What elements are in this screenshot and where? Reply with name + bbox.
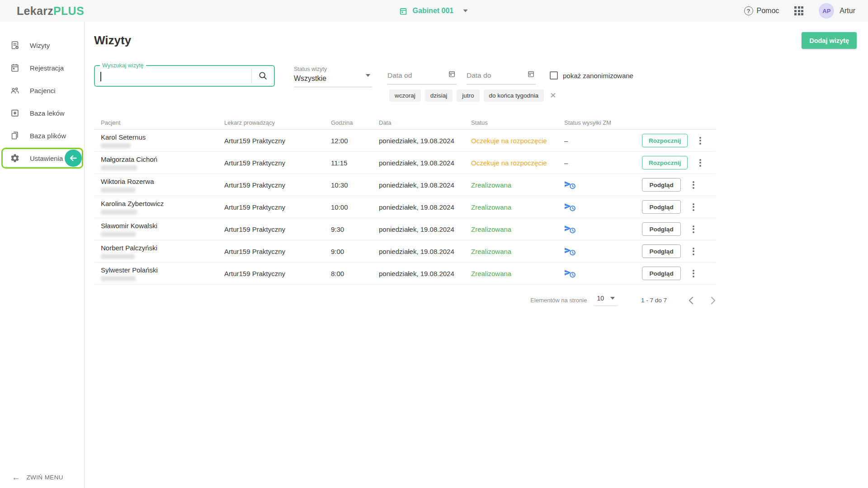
table-header: Pacjent Lekarz prowadzący Godzina Data S… bbox=[94, 116, 716, 130]
sidebar-item-label: Rejestracja bbox=[30, 64, 64, 72]
sidebar-item-ustawienia[interactable]: Ustawienia bbox=[0, 147, 84, 169]
user-menu[interactable]: AP Artur bbox=[819, 3, 855, 19]
status-filter-select[interactable]: Status wizyty Wszystkie bbox=[294, 65, 372, 87]
zm-status-empty: – bbox=[564, 137, 568, 145]
search-button[interactable] bbox=[252, 66, 274, 86]
search-input[interactable] bbox=[95, 66, 274, 86]
calendar-icon bbox=[398, 5, 409, 16]
anonymized-patient-id bbox=[101, 232, 136, 237]
sidebar-item-pacjenci[interactable]: Pacjenci bbox=[0, 79, 84, 102]
logo-part-2: PLUS bbox=[53, 5, 84, 17]
active-item-arrow-badge[interactable] bbox=[65, 150, 82, 167]
visit-time: 8:00 bbox=[324, 270, 372, 277]
kebab-menu-icon[interactable] bbox=[698, 157, 703, 169]
help-button[interactable]: Pomoc bbox=[744, 6, 779, 15]
quick-chip[interactable]: do końca tygodnia bbox=[484, 89, 544, 102]
sidebar-item-wizyty[interactable]: Wizyty bbox=[0, 34, 84, 56]
chevron-down-icon bbox=[366, 77, 370, 85]
left-arrow-icon bbox=[12, 473, 20, 482]
previous-page-button[interactable] bbox=[689, 296, 693, 305]
table-row: Norbert Palczyński Artur159 Praktyczny 9… bbox=[94, 240, 716, 263]
visit-time: 10:30 bbox=[324, 181, 372, 189]
chevron-down-icon bbox=[463, 9, 467, 12]
collapse-menu-button[interactable]: ZWIŃ MENU bbox=[12, 473, 63, 482]
schedule-send-icon bbox=[564, 269, 576, 278]
chevron-down-icon bbox=[610, 297, 615, 300]
apps-grid-icon[interactable] bbox=[794, 6, 803, 15]
status-filter-value: Wszystkie bbox=[294, 75, 372, 87]
calendar-icon[interactable] bbox=[448, 70, 456, 78]
files-copy-icon bbox=[9, 130, 20, 141]
status-filter-label: Status wizyty bbox=[294, 66, 372, 72]
office-selector-label: Gabinet 001 bbox=[413, 7, 454, 15]
visit-date: poniedziałek, 19.08.2024 bbox=[372, 203, 464, 211]
row-action-button[interactable]: Rozpocznij bbox=[642, 156, 688, 169]
patient-name: Karolina Zybertowicz bbox=[101, 200, 217, 207]
row-action-button[interactable]: Podgląd bbox=[642, 244, 681, 258]
kebab-menu-icon[interactable] bbox=[698, 135, 703, 146]
visit-status: Zrealizowana bbox=[464, 203, 557, 211]
zm-status-empty: – bbox=[564, 159, 568, 167]
anonymized-patient-id bbox=[101, 276, 136, 281]
column-header: Data bbox=[372, 119, 464, 126]
gear-icon bbox=[9, 153, 20, 164]
search-field: Wyszukaj wizytę bbox=[94, 65, 275, 87]
visit-status: Oczekuje na rozpoczęcie bbox=[464, 159, 557, 167]
collapse-menu-label: ZWIŃ MENU bbox=[26, 474, 63, 481]
visits-table: Pacjent Lekarz prowadzący Godzina Data S… bbox=[94, 116, 716, 285]
quick-chip[interactable]: jutro bbox=[457, 89, 479, 102]
kebab-menu-icon[interactable] bbox=[691, 202, 696, 213]
patient-name: Sylwester Polański bbox=[101, 266, 217, 274]
date-from-field[interactable]: Data od bbox=[387, 65, 457, 84]
text-cursor bbox=[100, 72, 101, 81]
row-action-button[interactable]: Rozpocznij bbox=[642, 134, 688, 147]
anonymized-checkbox[interactable] bbox=[550, 71, 558, 80]
visit-date: poniedziałek, 19.08.2024 bbox=[372, 181, 464, 189]
kebab-menu-icon[interactable] bbox=[691, 224, 696, 235]
per-page-select[interactable]: 10 bbox=[594, 295, 618, 306]
doctor-name: Artur159 Praktyczny bbox=[217, 181, 324, 189]
column-header: Godzina bbox=[324, 119, 372, 126]
kebab-menu-icon[interactable] bbox=[691, 246, 696, 257]
filters-row: Wyszukaj wizytę Status wizyty Wszystkie … bbox=[94, 65, 857, 87]
clear-chips-icon[interactable] bbox=[550, 92, 556, 99]
sidebar-item-label: Baza leków bbox=[30, 109, 65, 117]
anonymized-checkbox-label: pokaż zanonimizowane bbox=[563, 72, 633, 80]
add-visit-button[interactable]: Dodaj wizytę bbox=[802, 32, 857, 49]
quick-chip[interactable]: wczoraj bbox=[389, 89, 421, 102]
column-header: Status bbox=[464, 119, 557, 126]
schedule-send-icon bbox=[564, 202, 576, 212]
row-action-button[interactable]: Podgląd bbox=[642, 222, 681, 236]
visit-status: Zrealizowana bbox=[464, 181, 557, 189]
sidebar-item-label: Wizyty bbox=[30, 42, 50, 49]
calendar-icon[interactable] bbox=[527, 70, 535, 78]
doctor-name: Artur159 Praktyczny bbox=[217, 225, 324, 233]
row-action-button[interactable]: Podgląd bbox=[642, 200, 681, 214]
row-action-button[interactable]: Podgląd bbox=[642, 178, 681, 192]
page-title: Wizyty bbox=[94, 33, 131, 47]
anonymized-patient-id bbox=[101, 188, 135, 192]
table-row: Karolina Zybertowicz Artur159 Praktyczny… bbox=[94, 196, 716, 218]
anonymized-checkbox-row[interactable]: pokaż zanonimizowane bbox=[550, 71, 633, 80]
username: Artur bbox=[840, 7, 855, 15]
visit-time: 9:30 bbox=[324, 225, 372, 233]
visit-date: poniedziałek, 19.08.2024 bbox=[372, 225, 464, 233]
first-aid-box-icon bbox=[9, 108, 20, 118]
next-page-button[interactable] bbox=[711, 296, 716, 305]
sidebar: Wizyty Rejestracja Pacjenci Baza leków B… bbox=[0, 22, 85, 488]
doctor-name: Artur159 Praktyczny bbox=[217, 137, 324, 145]
office-selector[interactable]: Gabinet 001 bbox=[398, 5, 468, 16]
table-row: Sylwester Polański Artur159 Praktyczny 8… bbox=[94, 263, 716, 285]
kebab-menu-icon[interactable] bbox=[691, 179, 696, 191]
sidebar-item-baza-plikow[interactable]: Baza plików bbox=[0, 124, 84, 147]
date-to-placeholder: Data do bbox=[467, 71, 536, 84]
date-to-field[interactable]: Data do bbox=[467, 65, 536, 84]
row-action-button[interactable]: Podgląd bbox=[642, 267, 681, 280]
sidebar-item-baza-lekow[interactable]: Baza leków bbox=[0, 102, 84, 124]
column-header: Pacjent bbox=[94, 119, 217, 126]
column-header: Lekarz prowadzący bbox=[217, 119, 324, 126]
sidebar-item-rejestracja[interactable]: Rejestracja bbox=[0, 56, 84, 79]
quick-chip[interactable]: dzisiaj bbox=[425, 89, 453, 102]
help-label: Pomoc bbox=[757, 7, 779, 15]
kebab-menu-icon[interactable] bbox=[691, 268, 696, 279]
